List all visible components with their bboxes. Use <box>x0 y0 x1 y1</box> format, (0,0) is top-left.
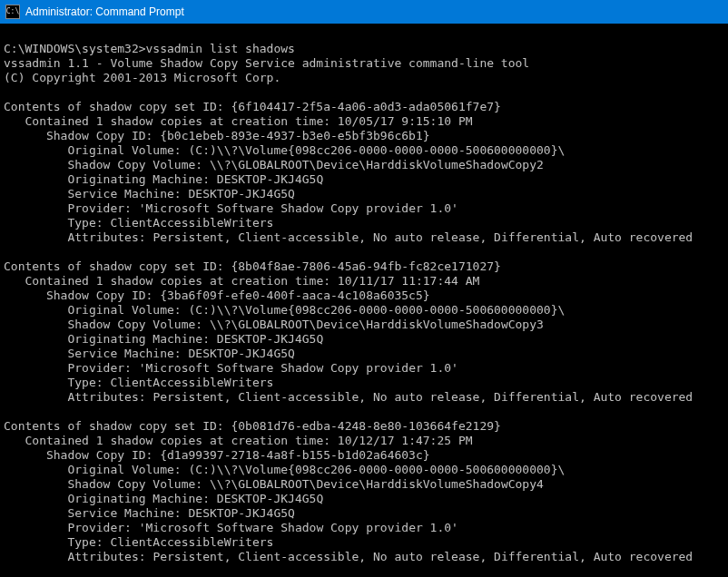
provider-line: Provider: 'Microsoft Software Shadow Cop… <box>4 361 458 375</box>
tool-header: vssadmin 1.1 - Volume Shadow Copy Servic… <box>4 56 529 70</box>
provider-line: Provider: 'Microsoft Software Shadow Cop… <box>4 521 458 534</box>
type-line: Type: ClientAccessibleWriters <box>4 535 273 549</box>
terminal-output[interactable]: C:\WINDOWS\system32>vssadmin list shadow… <box>0 24 728 577</box>
svc-mach-line: Service Machine: DESKTOP-JKJ4G5Q <box>4 187 295 200</box>
scv-line: Shadow Copy Volume: \\?\GLOBALROOT\Devic… <box>4 158 544 171</box>
window-title: Administrator: Command Prompt <box>25 5 184 18</box>
orig-mach-line: Originating Machine: DESKTOP-JKJ4G5Q <box>4 172 323 186</box>
set-header: Contents of shadow copy set ID: {6f10441… <box>4 100 501 113</box>
copy-id-line: Shadow Copy ID: {d1a99397-2718-4a8f-b155… <box>4 448 430 462</box>
scv-line: Shadow Copy Volume: \\?\GLOBALROOT\Devic… <box>4 318 544 331</box>
prompt-path: C:\WINDOWS\system32> <box>4 42 146 55</box>
cmd-icon: C:\ <box>5 5 20 19</box>
attr-line: Attributes: Persistent, Client-accessibl… <box>4 390 693 404</box>
type-line: Type: ClientAccessibleWriters <box>4 376 273 389</box>
copy-id-line: Shadow Copy ID: {b0c1ebeb-893e-4937-b3e0… <box>4 129 430 142</box>
set-header: Contents of shadow copy set ID: {8b04f8a… <box>4 259 501 273</box>
set-header: Contents of shadow copy set ID: {0b081d7… <box>4 419 501 433</box>
svc-mach-line: Service Machine: DESKTOP-JKJ4G5Q <box>4 347 295 360</box>
provider-line: Provider: 'Microsoft Software Shadow Cop… <box>4 201 458 215</box>
orig-vol-line: Original Volume: (C:)\\?\Volume{098cc206… <box>4 143 565 157</box>
orig-mach-line: Originating Machine: DESKTOP-JKJ4G5Q <box>4 332 323 346</box>
type-line: Type: ClientAccessibleWriters <box>4 216 273 230</box>
attr-line: Attributes: Persistent, Client-accessibl… <box>4 550 693 563</box>
copyright-line: (C) Copyright 2001-2013 Microsoft Corp. <box>4 71 280 84</box>
orig-mach-line: Originating Machine: DESKTOP-JKJ4G5Q <box>4 492 323 505</box>
scv-line: Shadow Copy Volume: \\?\GLOBALROOT\Devic… <box>4 477 544 491</box>
svc-mach-line: Service Machine: DESKTOP-JKJ4G5Q <box>4 506 295 520</box>
attr-line: Attributes: Persistent, Client-accessibl… <box>4 230 693 244</box>
orig-vol-line: Original Volume: (C:)\\?\Volume{098cc206… <box>4 303 565 317</box>
orig-vol-line: Original Volume: (C:)\\?\Volume{098cc206… <box>4 463 565 476</box>
contained-line: Contained 1 shadow copies at creation ti… <box>4 274 479 288</box>
copy-id-line: Shadow Copy ID: {3ba6f09f-efe0-400f-aaca… <box>4 288 430 302</box>
contained-line: Contained 1 shadow copies at creation ti… <box>4 114 473 128</box>
contained-line: Contained 1 shadow copies at creation ti… <box>4 434 473 447</box>
window-titlebar[interactable]: C:\ Administrator: Command Prompt <box>0 0 728 24</box>
prompt-command: vssadmin list shadows <box>146 42 295 55</box>
